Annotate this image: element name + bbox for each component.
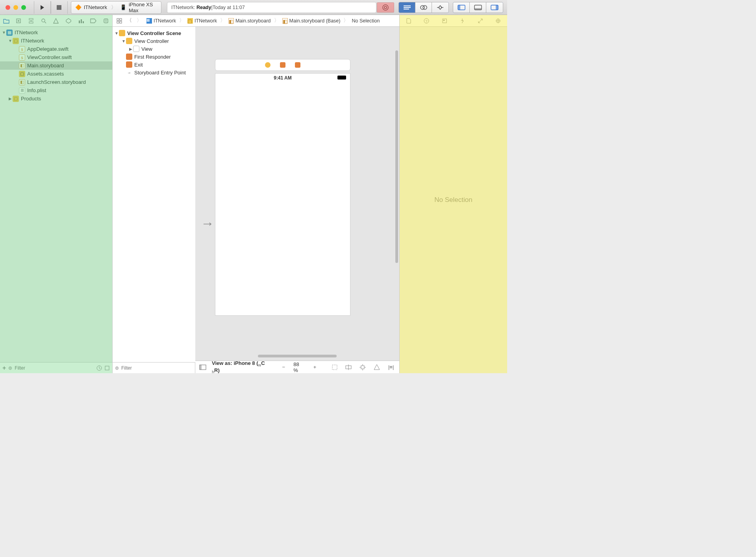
align-button[interactable] [344, 363, 353, 372]
disclosure-triangle-icon[interactable]: ▼ [2, 30, 6, 35]
jump-bar-item[interactable]: ◧Main.storyboard [227, 18, 272, 24]
jump-bar-item[interactable]: ◧Main.storyboard (Base) [281, 18, 342, 24]
toggle-navigator-button[interactable] [453, 2, 470, 13]
resolve-issues-button[interactable] [372, 363, 381, 372]
tree-label: Assets.xcassets [27, 71, 64, 77]
outline-scene[interactable]: ▼ View Controller Scene [113, 29, 195, 37]
outline-first-responder[interactable]: First Responder [113, 53, 195, 61]
size-inspector-tab[interactable] [476, 17, 485, 25]
library-button[interactable] [377, 2, 394, 13]
find-navigator-tab[interactable] [39, 17, 48, 25]
tree-group[interactable]: ▼ ▢ ITNetwork [0, 37, 112, 45]
jump-bar: 〈 〉 ▦ITNetwork 〉 ▢ITNetwork 〉 ◧Main.stor… [113, 15, 399, 27]
minimize-window-button[interactable] [13, 5, 18, 10]
project-navigator-tab[interactable] [2, 17, 11, 25]
zoom-out-button[interactable]: − [279, 363, 288, 372]
scheme-target[interactable]: 🔶 ITNetwork [71, 4, 111, 10]
first-responder-icon[interactable] [280, 62, 285, 68]
version-editor-button[interactable] [432, 2, 448, 13]
scheme-selector[interactable]: 🔶 ITNetwork 〉 📱 iPhone XS Max [71, 1, 161, 14]
recent-filter-button[interactable] [96, 365, 102, 371]
related-items-button[interactable] [115, 18, 124, 24]
disclosure-triangle-icon[interactable]: ▼ [8, 39, 13, 43]
issue-navigator-tab[interactable] [52, 17, 60, 25]
svg-point-2 [384, 6, 387, 9]
tree-file[interactable]: s AppDelegate.swift [0, 45, 112, 53]
exit-icon[interactable] [295, 62, 300, 68]
outline-view[interactable]: ▶ View [113, 45, 195, 53]
storyboard-file-icon: ◧ [228, 18, 234, 24]
outline-vc[interactable]: ▼ View Controller [113, 37, 195, 45]
embed-stack-button[interactable]: |≡| [387, 363, 395, 372]
disclosure-triangle-icon[interactable]: ▼ [114, 31, 119, 35]
run-button[interactable] [34, 1, 51, 14]
disclosure-triangle-icon[interactable]: ▼ [121, 39, 126, 43]
forward-button[interactable]: 〉 [135, 17, 143, 24]
tree-project-root[interactable]: ▼ ▦ ITNetwork [0, 28, 112, 37]
quick-help-tab[interactable]: ? [422, 17, 431, 25]
vertical-scrollbar[interactable] [395, 50, 398, 263]
tree-file[interactable]: s ViewController.swift [0, 53, 112, 61]
svg-rect-0 [57, 5, 61, 10]
document-outline: ▼ View Controller Scene ▼ View Controlle… [113, 27, 195, 373]
back-button[interactable]: 〈 [125, 17, 133, 24]
app-icon: 🔶 [75, 4, 82, 10]
tree-file[interactable]: ◧ LaunchScreen.storyboard [0, 78, 112, 86]
pin-button[interactable] [358, 363, 367, 372]
outline-tree[interactable]: ▼ View Controller Scene ▼ View Controlle… [113, 27, 195, 362]
view-as-label[interactable]: View as: iPhone 8 (wC hR) [212, 360, 274, 373]
filter-icon[interactable]: ⊚ [115, 365, 119, 371]
breakpoint-navigator-tab[interactable] [89, 17, 98, 25]
scene-dock[interactable] [215, 59, 350, 71]
scm-filter-button[interactable] [104, 365, 110, 371]
canvas-bottom-bar: View as: iPhone 8 (wC hR) − 88 % + |≡| [195, 361, 399, 373]
tree-products[interactable]: ▶ ▢ Products [0, 94, 112, 103]
toolbar: 🔶 ITNetwork 〉 📱 iPhone XS Max ITNetwork:… [0, 0, 507, 15]
zoom-in-button[interactable]: + [311, 363, 319, 372]
tree-file[interactable]: ≣ Info.plist [0, 86, 112, 94]
add-button[interactable]: + [2, 365, 6, 372]
assistant-editor-button[interactable] [415, 2, 432, 13]
zoom-window-button[interactable] [21, 5, 26, 10]
outline-entry-point[interactable]: → Storyboard Entry Point [113, 68, 195, 76]
device-canvas[interactable]: 9:41 AM [215, 73, 350, 316]
filter-icon[interactable]: ⊚ [8, 365, 12, 371]
view-controller-icon [126, 38, 132, 44]
close-window-button[interactable] [6, 5, 10, 10]
outline-filter-input[interactable] [121, 365, 193, 371]
tree-file[interactable]: ▢ Assets.xcassets [0, 70, 112, 78]
debug-navigator-tab[interactable] [77, 17, 85, 25]
outline-exit[interactable]: Exit [113, 61, 195, 68]
tree-file-selected[interactable]: ◧ Main.storyboard [0, 61, 112, 70]
view-controller-icon[interactable] [265, 62, 271, 68]
attributes-inspector-tab[interactable] [458, 17, 467, 25]
report-navigator-tab[interactable] [102, 17, 110, 25]
symbol-navigator-tab[interactable] [27, 17, 35, 25]
standard-editor-button[interactable] [399, 2, 415, 13]
assets-icon: ▢ [19, 71, 25, 77]
disclosure-triangle-icon[interactable]: ▶ [128, 47, 133, 51]
toggle-inspector-button[interactable] [486, 2, 503, 13]
entry-point-arrow[interactable]: → [201, 216, 214, 231]
toggle-debug-area-button[interactable] [470, 2, 486, 13]
navigator-filter-input[interactable] [15, 365, 94, 371]
embed-in-button[interactable] [330, 363, 339, 372]
scheme-destination[interactable]: 📱 iPhone XS Max [116, 2, 161, 13]
jump-bar-item[interactable]: ▦ITNetwork [145, 18, 178, 24]
project-tree[interactable]: ▼ ▦ ITNetwork ▼ ▢ ITNetwork s AppDelegat… [0, 27, 112, 362]
stop-button[interactable] [51, 1, 68, 14]
jump-bar-item[interactable]: ▢ITNetwork [186, 18, 219, 24]
file-inspector-tab[interactable] [404, 17, 413, 25]
toggle-outline-button[interactable] [199, 365, 206, 370]
disclosure-triangle-icon[interactable]: ▶ [8, 96, 13, 101]
horizontal-scrollbar[interactable] [258, 355, 337, 357]
chevron-right-icon: 〉 [220, 17, 225, 24]
ib-canvas[interactable]: → 9:41 AM [195, 27, 399, 361]
tree-label: Info.plist [27, 87, 46, 93]
identity-inspector-tab[interactable] [440, 17, 449, 25]
svg-point-7 [423, 6, 427, 9]
source-control-navigator-tab[interactable] [14, 17, 23, 25]
jump-bar-item[interactable]: No Selection [350, 18, 381, 24]
test-navigator-tab[interactable] [64, 17, 73, 25]
connections-inspector-tab[interactable] [494, 17, 502, 25]
